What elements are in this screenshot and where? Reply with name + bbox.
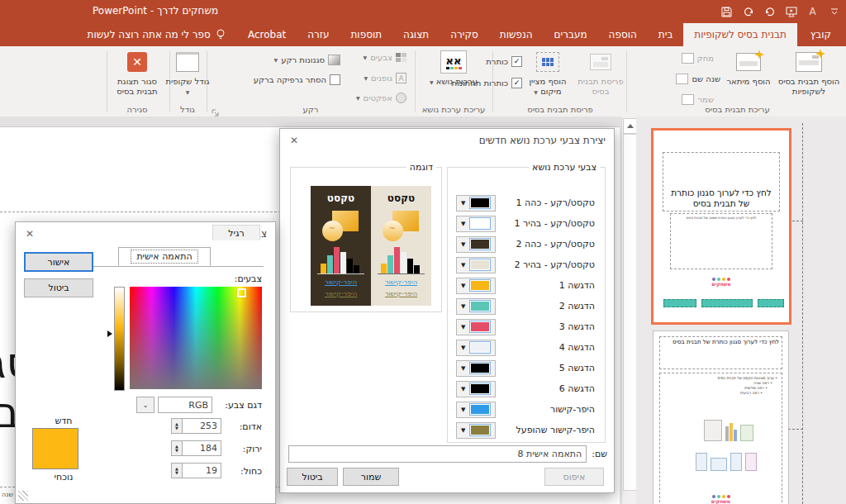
name-input[interactable]: התאמה אישית 8 xyxy=(288,445,587,463)
delete-master-button[interactable]: מחק xyxy=(682,53,714,64)
save-icon[interactable] xyxy=(720,5,734,19)
slide-logo: משחקים xyxy=(654,495,788,504)
ribbon-tab-4[interactable]: הנפשות xyxy=(489,23,544,46)
theme-fonts-button[interactable]: A גופנים▼ xyxy=(364,73,406,83)
hide-background-graphics-checkbox[interactable]: הסתר גרפיקה ברקע xyxy=(254,74,340,85)
red-spinner[interactable]: ▲▼ xyxy=(171,418,183,434)
theme-color-label: טקסט/רקע - בהיר 2 xyxy=(515,259,596,270)
insert-placeholder-button[interactable]: הוסף מציין מיקום ▼ xyxy=(522,49,573,97)
rename-master-button[interactable]: שנה שם xyxy=(676,74,720,84)
thumb-body-placeholder: • ערוך סגנונות טקסט של תבנית בסיס• רמה ש… xyxy=(659,373,782,504)
theme-color-dropdown-0[interactable]: ▼ xyxy=(456,195,496,212)
ribbon-tab-1[interactable]: בית xyxy=(648,23,684,46)
thumbnail-scrollbar[interactable] xyxy=(621,116,638,504)
ribbon-tab-8[interactable]: עזרה xyxy=(297,23,340,46)
ribbon-tab-3[interactable]: מעברים xyxy=(544,23,598,46)
slide-size-button[interactable]: גודל שקופית ▼ xyxy=(164,49,212,97)
luminance-slider[interactable] xyxy=(114,287,125,391)
scrollbar-thumb[interactable] xyxy=(623,134,637,491)
tell-me-box[interactable]: ספר לי מה אתה רוצה לעשות xyxy=(76,23,237,46)
luminance-arrow-icon[interactable] xyxy=(107,330,112,337)
color-swatch xyxy=(469,383,491,395)
thumb-subtitle-placeholder: לחץ כדי לערוך סגנון כותרת משנה של תבנית … xyxy=(670,213,772,269)
sparkle-icon xyxy=(754,50,764,62)
theme-color-label: הדגשה 5 xyxy=(559,363,595,373)
scroll-up-button[interactable] xyxy=(623,118,637,134)
create-theme-colors-dialog: יצירת צבעי ערכת נושא חדשים ✕ צבעי ערכת נ… xyxy=(279,128,615,493)
redo-icon[interactable] xyxy=(741,5,755,19)
theme-color-dropdown-7[interactable]: ▼ xyxy=(456,340,496,356)
ribbon-tab-9[interactable]: Acrobat xyxy=(237,23,297,46)
dialog-title-bar[interactable]: יצירת צבעי ערכת נושא חדשים ✕ xyxy=(280,129,614,152)
colors-label: צבעים: xyxy=(235,273,262,284)
chevron-down-icon: ▼ xyxy=(461,303,465,310)
footer-placeholder xyxy=(758,299,784,307)
close-icon[interactable]: ✕ xyxy=(287,133,302,148)
color-gradient-field[interactable] xyxy=(130,287,262,389)
resize-grip[interactable] xyxy=(18,491,28,501)
theme-color-dropdown-5[interactable]: ▼ xyxy=(456,298,496,315)
theme-color-label: הדגשה 1 xyxy=(559,280,595,291)
insert-layout-button[interactable]: הוסף מיתאר xyxy=(725,49,772,87)
green-input[interactable]: 184 xyxy=(182,440,221,456)
close-icon[interactable]: ✕ xyxy=(22,226,37,241)
save-button[interactable]: שמור xyxy=(343,468,399,486)
theme-color-dropdown-6[interactable]: ▼ xyxy=(456,319,496,335)
blue-input[interactable]: 19 xyxy=(182,463,221,478)
connector-stub xyxy=(788,429,803,430)
ribbon-tab-0[interactable]: תבנית בסיס לשקופיות xyxy=(683,23,796,46)
theme-color-row: טקסט/רקע - כהה 1▼ xyxy=(456,193,595,213)
dialog-launcher-icon[interactable] xyxy=(212,105,220,113)
color-model-dropdown-button[interactable]: ⌄ xyxy=(136,397,154,413)
green-spinner[interactable]: ▲▼ xyxy=(171,440,183,456)
color-model-select[interactable]: RGB xyxy=(158,397,212,413)
tab-custom[interactable]: התאמה אישית xyxy=(118,247,211,266)
preserve-master-button[interactable]: שמר xyxy=(682,94,714,105)
close-master-view-button[interactable]: ✕ סגור תצוגת תבנית בסיס xyxy=(109,49,165,97)
themes-button[interactable]: אא ערכות נושא ▼ xyxy=(429,49,478,88)
tab-file[interactable]: קובץ xyxy=(797,23,844,46)
customize-qat-icon[interactable] xyxy=(827,5,841,19)
font-a-icon[interactable]: A xyxy=(806,5,820,19)
cancel-button[interactable]: ביטול xyxy=(287,468,338,486)
slide-layout-thumbnail[interactable]: לחץ כדי לערוך סגנון כותרת של תבנית בסיס … xyxy=(653,330,789,504)
theme-colors-group: צבעי ערכת נושא טקסט/רקע - כהה 1▼טקסט/רקע… xyxy=(447,162,606,443)
theme-color-dropdown-4[interactable]: ▼ xyxy=(456,278,496,294)
ribbon-tab-5[interactable]: סקירה xyxy=(440,23,489,46)
cancel-button[interactable]: ביטול xyxy=(24,278,93,297)
theme-color-dropdown-3[interactable]: ▼ xyxy=(456,257,496,273)
theme-color-label: הדגשה 4 xyxy=(559,342,595,353)
chevron-down-icon: ▼ xyxy=(461,241,465,248)
reset-button[interactable]: איפוס xyxy=(544,468,604,486)
red-input[interactable]: 253 xyxy=(182,418,221,434)
phone-icon xyxy=(696,453,707,471)
theme-colors-button[interactable]: צבעים▼ xyxy=(364,53,406,62)
blue-spinner[interactable]: ▲▼ xyxy=(171,463,183,478)
theme-color-dropdown-1[interactable]: ▼ xyxy=(456,216,496,232)
theme-color-row: הדגשה 2▼ xyxy=(456,296,595,316)
theme-effects-button[interactable]: אפקטים▼ xyxy=(356,93,406,103)
delete-slide-icon xyxy=(682,53,694,64)
tab-standard[interactable]: רגיל xyxy=(212,225,260,240)
gradient-crosshair[interactable] xyxy=(237,288,246,297)
chevron-down-icon: ▼ xyxy=(461,407,465,413)
undo-icon[interactable] xyxy=(763,5,777,19)
ok-button[interactable]: אישור xyxy=(24,252,93,272)
ribbon-tab-7[interactable]: תוספות xyxy=(340,23,392,46)
ribbon-tab-2[interactable]: הוספה xyxy=(598,23,648,46)
triangle-up-icon xyxy=(627,124,634,128)
start-slideshow-icon[interactable] xyxy=(784,5,798,19)
theme-color-dropdown-10[interactable]: ▼ xyxy=(456,402,496,418)
title-checkbox[interactable]: ✓כותרת xyxy=(486,56,522,67)
theme-color-dropdown-9[interactable]: ▼ xyxy=(456,381,496,397)
followed-hyperlink-sample: היפר-קישור xyxy=(311,290,371,297)
ribbon-tab-6[interactable]: תצוגה xyxy=(392,23,440,46)
background-styles-button[interactable]: סגנונות רקע▼ xyxy=(274,55,340,65)
group-edit-theme: אא ערכות נושא ▼ עריכת ערכת נושא xyxy=(416,46,491,116)
master-layout-button[interactable]: פריסת תבנית בסיס xyxy=(577,49,625,97)
theme-color-dropdown-11[interactable]: ▼ xyxy=(456,422,496,439)
theme-color-dropdown-2[interactable]: ▼ xyxy=(456,236,496,253)
insert-slide-master-button[interactable]: הוסף תבנית בסיס לשקופיות xyxy=(775,49,843,97)
theme-color-dropdown-8[interactable]: ▼ xyxy=(456,360,496,377)
slide-master-thumbnail[interactable]: לחץ כדי לערוך סגנון כותרת של תבנית בסיס … xyxy=(651,128,791,325)
